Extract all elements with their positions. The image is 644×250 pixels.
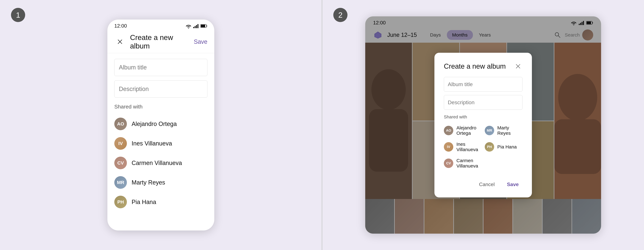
modal-name-cv: Carmen Villanueva (456, 158, 482, 169)
panel-1: 1 12:00 (0, 0, 322, 250)
svg-rect-1 (193, 27, 194, 28)
contact-name-ph: Pia Hana (132, 199, 156, 205)
phone-content: Shared with AO Alejandro Ortega IV Ines … (108, 53, 214, 230)
modal-avatar-mr: MR (485, 126, 494, 135)
avatar-ao: AO (114, 118, 127, 130)
shared-with-label: Shared with (114, 104, 208, 110)
modal-avatar-ph: PH (485, 142, 494, 152)
modal-name-mr: Marty Reyes (497, 125, 522, 136)
description-input[interactable] (114, 80, 208, 98)
modal-contact-ph[interactable]: PH Pia Hana (485, 139, 522, 154)
modal-name-ao: Alejandro Ortega (456, 125, 482, 136)
wifi-icon (185, 24, 192, 28)
svg-rect-3 (196, 25, 197, 28)
modal-name-iv: Ines Villanueva (456, 142, 482, 152)
modal-avatar-iv: IV (444, 142, 453, 152)
modal-contact-cv[interactable]: CV Carmen Villanueva (444, 156, 482, 171)
status-icons (185, 24, 208, 28)
modal-contact-ao[interactable]: AO Alejandro Ortega (444, 123, 482, 138)
phone-toolbar: Create a new album Save (108, 30, 214, 53)
create-album-modal: Create a new album Shared with AO (434, 53, 532, 197)
modal-title: Create a new album (444, 62, 506, 70)
modal-overlay: Create a new album Shared with AO (365, 16, 601, 234)
modal-contact-grid: AO Alejandro Ortega MR Marty Reyes IV In… (444, 123, 522, 171)
modal-name-ph: Pia Hana (497, 144, 517, 150)
contact-item-cv[interactable]: CV Carmen Villanueva (114, 153, 208, 173)
contact-item-ao[interactable]: AO Alejandro Ortega (114, 114, 208, 134)
tablet-frame: 12:00 (365, 16, 601, 234)
contact-item-iv[interactable]: IV Ines Villanueva (114, 134, 208, 153)
modal-contact-iv[interactable]: IV Ines Villanueva (444, 139, 482, 154)
signal-icon (193, 24, 199, 28)
modal-description-input[interactable] (444, 95, 522, 110)
modal-header: Create a new album (444, 62, 522, 71)
modal-avatar-cv: CV (444, 158, 453, 168)
contact-item-ph[interactable]: PH Pia Hana (114, 192, 208, 212)
album-title-input[interactable] (114, 59, 208, 76)
phone-time: 12:00 (114, 23, 127, 29)
modal-footer: Cancel Save (444, 177, 522, 189)
cancel-button[interactable]: Cancel (475, 179, 498, 189)
avatar-cv: CV (114, 157, 127, 169)
step-badge-2: 2 (333, 8, 348, 22)
svg-point-0 (188, 28, 189, 28)
svg-rect-2 (195, 26, 196, 28)
page-title: Create a new album (130, 33, 194, 50)
contact-item-mr[interactable]: MR Marty Reyes (114, 173, 208, 192)
battery-icon (200, 24, 208, 28)
step-badge-1: 1 (11, 8, 25, 22)
avatar-mr: MR (114, 176, 127, 189)
svg-rect-6 (206, 25, 207, 27)
contact-name-ao: Alejandro Ortega (132, 121, 177, 127)
avatar-ph: PH (114, 196, 127, 208)
modal-close-button[interactable] (514, 62, 522, 71)
svg-rect-7 (201, 25, 205, 27)
contact-name-cv: Carmen Villanueva (132, 160, 182, 166)
modal-shared-with-label: Shared with (444, 114, 522, 119)
close-button[interactable] (114, 36, 126, 47)
modal-save-button[interactable]: Save (503, 179, 522, 189)
phone-frame: 12:00 (108, 20, 214, 230)
phone-status-bar: 12:00 (108, 20, 214, 30)
contact-list: AO Alejandro Ortega IV Ines Villanueva C… (114, 114, 208, 212)
avatar-iv: IV (114, 137, 127, 150)
save-button[interactable]: Save (194, 38, 208, 45)
modal-album-title-input[interactable] (444, 77, 522, 92)
modal-avatar-ao: AO (444, 126, 453, 135)
contact-name-mr: Marty Reyes (132, 179, 165, 186)
panel-2: 2 12:00 (322, 0, 644, 250)
contact-name-iv: Ines Villanueva (132, 140, 172, 147)
modal-contact-mr[interactable]: MR Marty Reyes (485, 123, 522, 138)
svg-rect-4 (198, 24, 198, 28)
